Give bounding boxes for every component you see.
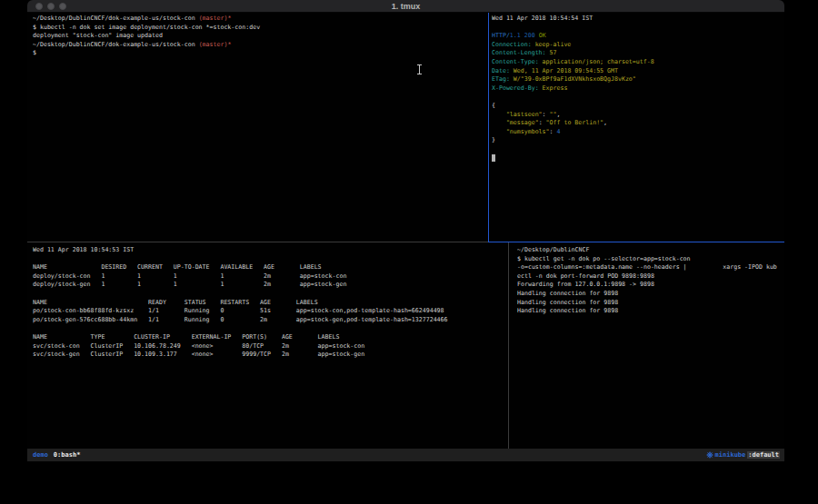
- kube-context: minikube: [715, 451, 746, 459]
- window-title: 1. tmux: [27, 0, 784, 13]
- pane-divider-horizontal-right-active[interactable]: [488, 242, 784, 242]
- helm-wheel-icon: [706, 451, 713, 459]
- pane-divider-vertical-top-active[interactable]: [488, 13, 489, 242]
- mouse-ibeam-cursor: [419, 65, 420, 74]
- kube-namespace: :default: [747, 451, 780, 459]
- pane-bottom-right-port-forward[interactable]: ~/Desktop/DublinCNCF$ kubectl get -n dok…: [517, 246, 783, 447]
- pane-divider-horizontal-left[interactable]: [27, 242, 488, 242]
- tmux-status-bar: demo 0:bash* minikube:default: [27, 449, 784, 461]
- window-titlebar: 1. tmux: [27, 0, 784, 13]
- kube-status: minikube:default: [706, 451, 780, 459]
- screen: 1. tmux ~/Desktop/DublinCNCF/dok-example…: [0, 0, 818, 504]
- pane-top-right-http-response[interactable]: Wed 11 Apr 2018 10:54:54 IST HTTP/1.1 20…: [492, 15, 783, 240]
- pane-top-left-shell[interactable]: ~/Desktop/DublinCNCF/dok-example-us/stoc…: [33, 15, 485, 240]
- session-name: demo: [33, 451, 48, 459]
- pane-divider-vertical-bottom[interactable]: [508, 242, 509, 449]
- terminal-window: 1. tmux ~/Desktop/DublinCNCF/dok-example…: [27, 0, 784, 462]
- window-label-current[interactable]: 0:bash*: [54, 451, 81, 459]
- pane-bottom-left-kubectl-watch[interactable]: Wed 11 Apr 2018 10:54:53 IST NAME DESIRE…: [33, 246, 506, 447]
